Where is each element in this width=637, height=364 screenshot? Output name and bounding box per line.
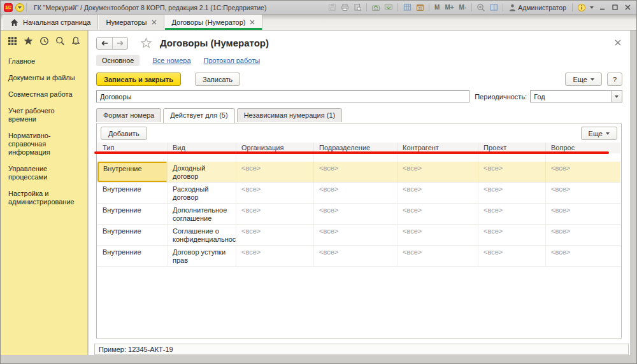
tab-contracts-numerator[interactable]: Договоры (Нумератор) bbox=[164, 15, 263, 30]
table-icon[interactable] bbox=[401, 3, 413, 13]
cell-project[interactable]: <все> bbox=[478, 246, 546, 266]
sidebar-item-documents-files[interactable]: Документы и файлы bbox=[8, 74, 83, 82]
table-more-button[interactable]: Еще bbox=[581, 127, 617, 140]
periodicity-select[interactable]: Год bbox=[530, 90, 622, 102]
tab-valid-for[interactable]: Действует для (5) bbox=[163, 108, 234, 123]
tab-independent-numbering[interactable]: Независимая нумерация (1) bbox=[237, 108, 343, 122]
cell-kind[interactable]: Дополнительное соглашение bbox=[168, 204, 236, 224]
calendar-icon[interactable]: 31 bbox=[414, 3, 426, 13]
sidebar-item-collaboration[interactable]: Совместная работа bbox=[8, 90, 83, 99]
save-button[interactable]: Записать bbox=[195, 73, 240, 86]
example-text: Пример: 12345-АКТ-19 bbox=[99, 346, 173, 353]
memory-mminus-button[interactable]: M- bbox=[457, 4, 469, 11]
cell-project[interactable]: <все> bbox=[478, 162, 546, 182]
calculator-in-icon[interactable] bbox=[370, 3, 382, 13]
notifications-bell-icon[interactable] bbox=[71, 36, 80, 46]
table-row[interactable]: Внутренние Договор уступки прав <все> <в… bbox=[97, 246, 620, 267]
zoom-icon[interactable] bbox=[475, 3, 487, 13]
info-icon[interactable] bbox=[576, 3, 587, 13]
cell-counterparty[interactable]: <все> bbox=[397, 162, 478, 182]
cell-kind[interactable]: Доходный договор bbox=[168, 162, 236, 182]
history-clock-icon[interactable] bbox=[39, 36, 49, 46]
back-button[interactable] bbox=[97, 38, 112, 49]
chevron-down-icon[interactable] bbox=[590, 6, 594, 9]
add-button[interactable]: Добавить bbox=[101, 127, 147, 140]
nav-link-work-log[interactable]: Протокол работы bbox=[204, 57, 261, 64]
sidebar-item-settings-admin[interactable]: Настройка и администрирование bbox=[8, 190, 83, 206]
cell-department[interactable]: <все> bbox=[314, 162, 397, 182]
numerator-name-input[interactable] bbox=[96, 90, 469, 102]
table-row[interactable]: Внутренние Дополнительное соглашение <вс… bbox=[97, 204, 620, 225]
current-user-button[interactable]: Администратор bbox=[506, 4, 569, 11]
memory-mplus-button[interactable]: M+ bbox=[443, 4, 455, 11]
minimize-button[interactable] bbox=[596, 3, 608, 13]
save-and-close-button[interactable]: Записать и закрыть bbox=[96, 73, 181, 86]
maximize-button[interactable] bbox=[609, 3, 620, 13]
split-panels-icon[interactable] bbox=[488, 3, 499, 13]
cell-question[interactable]: <все> bbox=[546, 225, 620, 245]
cell-department[interactable]: <все> bbox=[314, 204, 397, 224]
cell-organization[interactable]: <все> bbox=[236, 246, 314, 266]
cell-question[interactable]: <все> bbox=[546, 204, 620, 224]
cell-counterparty[interactable]: <все> bbox=[397, 183, 478, 203]
form-header: Договоры (Нумератор) bbox=[89, 31, 630, 50]
sidebar-item-time-tracking[interactable]: Учет рабочего времени bbox=[8, 107, 83, 123]
main-menu-button[interactable] bbox=[15, 3, 24, 12]
cell-type[interactable]: Внутренние bbox=[97, 162, 168, 182]
close-icon[interactable] bbox=[250, 20, 255, 25]
cell-counterparty[interactable]: <все> bbox=[397, 246, 478, 266]
cell-type[interactable]: Внутренние bbox=[97, 225, 168, 245]
cell-kind[interactable]: Соглашение о конфиденциальности bbox=[168, 225, 236, 245]
forward-button[interactable] bbox=[112, 38, 127, 49]
cell-organization[interactable]: <все> bbox=[236, 183, 314, 203]
sidebar-item-main[interactable]: Главное bbox=[8, 57, 83, 66]
save-icon[interactable] bbox=[326, 3, 338, 13]
close-window-button[interactable] bbox=[622, 3, 633, 13]
cell-type[interactable]: Внутренние bbox=[97, 204, 168, 224]
name-period-row: Периодичность: Год bbox=[89, 86, 630, 102]
chevron-down-icon bbox=[590, 78, 594, 81]
tab-numerators[interactable]: Нумераторы bbox=[98, 15, 164, 30]
combo-dropdown-button[interactable] bbox=[611, 91, 622, 102]
cell-question[interactable]: <все> bbox=[546, 162, 620, 182]
tab-number-format[interactable]: Формат номера bbox=[96, 108, 161, 122]
table-row[interactable]: Внутренние Расходный договор <все> <все>… bbox=[97, 183, 620, 204]
cell-counterparty[interactable]: <все> bbox=[397, 204, 478, 224]
menu-grid-icon[interactable] bbox=[8, 36, 17, 46]
sidebar-item-process-management[interactable]: Управление процессами bbox=[8, 165, 83, 181]
cell-question[interactable]: <все> bbox=[546, 246, 620, 266]
nav-link-all-numbers[interactable]: Все номера bbox=[152, 57, 190, 64]
cell-project[interactable]: <все> bbox=[478, 204, 546, 224]
cell-organization[interactable]: <все> bbox=[236, 225, 314, 245]
cell-department[interactable]: <все> bbox=[314, 246, 397, 266]
cell-counterparty[interactable]: <все> bbox=[397, 225, 478, 245]
table-row[interactable]: Внутренние Соглашение о конфиденциальнос… bbox=[97, 225, 620, 246]
cell-organization[interactable]: <все> bbox=[236, 162, 314, 182]
tab-home[interactable]: Начальная страница bbox=[3, 15, 98, 30]
search-icon[interactable] bbox=[55, 36, 65, 46]
help-button[interactable]: ? bbox=[607, 73, 622, 86]
cell-department[interactable]: <все> bbox=[314, 183, 397, 203]
cell-type[interactable]: Внутренние bbox=[97, 183, 168, 203]
more-button[interactable]: Еще bbox=[565, 73, 601, 86]
cell-project[interactable]: <все> bbox=[478, 225, 546, 245]
close-icon[interactable] bbox=[152, 20, 157, 25]
table-row[interactable]: Внутренние Доходный договор <все> <все> … bbox=[97, 162, 620, 183]
cell-question[interactable]: <все> bbox=[546, 183, 620, 203]
print-icon[interactable] bbox=[339, 3, 350, 13]
cell-project[interactable]: <все> bbox=[478, 183, 546, 203]
calculator-out-icon[interactable] bbox=[383, 3, 394, 13]
memory-m-button[interactable]: M bbox=[433, 4, 441, 11]
cell-kind[interactable]: Договор уступки прав bbox=[168, 246, 236, 266]
cell-type[interactable]: Внутренние bbox=[97, 246, 168, 266]
print-preview-icon[interactable] bbox=[352, 3, 363, 13]
tab-label: Договоры (Нумератор) bbox=[172, 18, 246, 26]
cell-department[interactable]: <все> bbox=[314, 225, 397, 245]
nav-link-main[interactable]: Основное bbox=[96, 55, 140, 66]
cell-organization[interactable]: <все> bbox=[236, 204, 314, 224]
favorites-star-icon[interactable] bbox=[24, 36, 33, 46]
cell-kind[interactable]: Расходный договор bbox=[168, 183, 236, 203]
close-form-icon[interactable] bbox=[615, 39, 621, 46]
sidebar-item-reference-info[interactable]: Нормативно-справочная информация bbox=[8, 132, 83, 157]
favorite-star-icon[interactable] bbox=[141, 38, 152, 48]
